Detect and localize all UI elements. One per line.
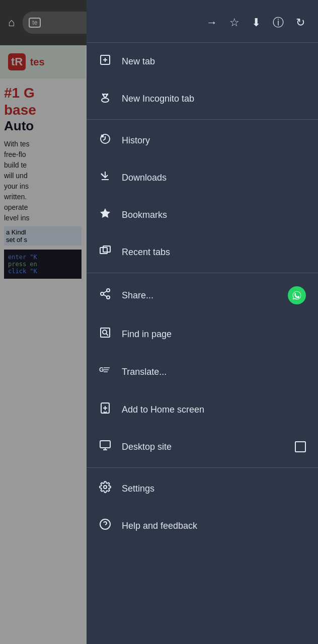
history-label: History (122, 135, 306, 146)
downloads-label: Downloads (122, 173, 306, 183)
settings-icon (99, 481, 112, 496)
help-feedback-label: Help and feedback (122, 521, 306, 531)
dropdown-toolbar: → ☆ ⬇ ⓘ ↻ (87, 0, 318, 43)
menu-item-bookmarks[interactable]: Bookmarks (87, 196, 318, 233)
share-label: Share... (122, 290, 278, 301)
add-to-home-icon (99, 402, 112, 417)
translate-icon: G (99, 364, 112, 380)
svg-line-17 (104, 295, 107, 297)
divider-1 (87, 119, 318, 120)
menu-item-recent-tabs[interactable]: Recent tabs (87, 233, 318, 271)
svg-point-4 (102, 98, 109, 102)
menu-item-history[interactable]: History (87, 122, 318, 159)
desktop-site-icon (99, 439, 112, 454)
svg-point-32 (104, 486, 107, 489)
svg-point-16 (107, 296, 110, 299)
refresh-icon[interactable]: ↻ (291, 12, 310, 33)
dropdown-menu: → ☆ ⬇ ⓘ ↻ New tab New Incog (87, 0, 318, 644)
menu-item-share[interactable]: Share... (87, 275, 318, 315)
menu-item-add-to-home[interactable]: Add to Home screen (87, 391, 318, 428)
forward-icon[interactable]: → (201, 12, 222, 33)
downloads-icon (99, 170, 112, 185)
new-tab-label: New tab (122, 56, 306, 67)
whatsapp-badge (288, 286, 306, 304)
divider-3 (87, 467, 318, 468)
home-icon[interactable]: ⌂ (4, 12, 19, 33)
info-icon[interactable]: ⓘ (268, 11, 289, 34)
menu-item-new-incognito-tab[interactable]: New Incognito tab (87, 80, 318, 117)
svg-rect-19 (101, 328, 110, 337)
history-icon (99, 133, 112, 148)
svg-rect-29 (100, 441, 110, 448)
menu-item-translate[interactable]: G Translate... (87, 353, 318, 391)
menu-item-help-feedback[interactable]: Help and feedback (87, 507, 318, 544)
find-in-page-label: Find in page (122, 329, 306, 340)
desktop-site-checkbox[interactable] (295, 441, 306, 452)
svg-point-14 (107, 289, 110, 292)
menu-item-new-tab[interactable]: New tab (87, 43, 318, 80)
svg-point-20 (103, 330, 107, 334)
svg-marker-11 (100, 208, 110, 218)
svg-text:G: G (99, 366, 104, 373)
svg-line-21 (106, 334, 108, 336)
incognito-icon (99, 91, 112, 106)
divider-2 (87, 273, 318, 273)
new-tab-icon (99, 54, 112, 69)
find-in-page-icon (99, 327, 112, 342)
recent-tabs-label: Recent tabs (122, 247, 306, 258)
menu-item-find-in-page[interactable]: Find in page (87, 315, 318, 353)
bookmark-icon[interactable]: ☆ (224, 12, 245, 33)
bookmarks-icon (99, 207, 112, 222)
menu-item-desktop-site[interactable]: Desktop site (87, 428, 318, 465)
help-icon (99, 518, 112, 533)
svg-line-18 (104, 291, 107, 293)
share-icon (99, 288, 112, 303)
recent-tabs-icon (99, 245, 112, 260)
tabs-icon: te (29, 18, 41, 28)
desktop-site-label: Desktop site (122, 442, 285, 452)
bookmarks-label: Bookmarks (122, 210, 306, 220)
svg-point-15 (101, 292, 104, 295)
add-to-home-label: Add to Home screen (122, 405, 306, 415)
settings-label: Settings (122, 484, 306, 494)
menu-item-settings[interactable]: Settings (87, 470, 318, 507)
incognito-label: New Incognito tab (122, 94, 306, 104)
download-icon[interactable]: ⬇ (247, 12, 266, 33)
translate-label: Translate... (122, 367, 306, 377)
menu-item-downloads[interactable]: Downloads (87, 159, 318, 196)
